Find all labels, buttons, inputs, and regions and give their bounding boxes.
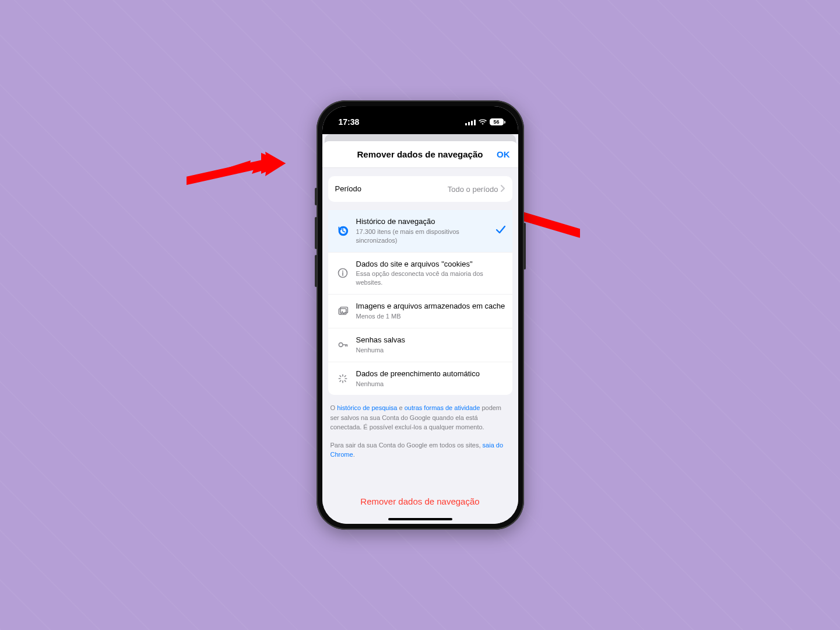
- row-cache[interactable]: Imagens e arquivos armazenados em cache …: [328, 295, 512, 328]
- autofill-title: Dados de preenchimento automático: [356, 369, 505, 379]
- dynamic-island: [391, 112, 449, 128]
- svg-point-6: [342, 271, 343, 272]
- battery-indicator: 56: [490, 118, 505, 125]
- battery-percent: 56: [493, 119, 499, 125]
- phone-power-button: [523, 223, 526, 270]
- sheet-header: Remover dados de navegação OK: [322, 141, 518, 168]
- footer2-post: .: [353, 451, 355, 458]
- images-icon: [335, 306, 350, 317]
- svg-marker-3: [261, 153, 286, 174]
- modal-sheet: Remover dados de navegação OK Período To…: [322, 141, 518, 524]
- passwords-subtitle: Nenhuma: [356, 346, 505, 355]
- svg-marker-2: [265, 163, 286, 176]
- status-time: 17:38: [339, 117, 360, 127]
- row-cookies[interactable]: Dados do site e arquivos "cookies" Essa …: [328, 253, 512, 295]
- history-title: Histórico de navegação: [356, 217, 491, 227]
- autofill-subtitle: Nenhuma: [356, 380, 505, 388]
- passwords-title: Senhas salvas: [356, 335, 505, 345]
- history-icon: [335, 225, 350, 237]
- cache-subtitle: Menos de 1 MB: [356, 312, 505, 321]
- footer2-pre: Para sair da sua Conta do Google em todo…: [331, 442, 483, 449]
- info-icon: [335, 267, 350, 279]
- wifi-icon: [479, 117, 487, 127]
- svg-point-10: [339, 343, 343, 347]
- autofill-icon: [335, 373, 350, 384]
- phone-volume-up: [315, 217, 317, 249]
- svg-marker-1: [265, 152, 286, 163]
- cookies-title: Dados do site e arquivos "cookies": [356, 260, 505, 270]
- row-passwords[interactable]: Senhas salvas Nenhuma: [328, 328, 512, 362]
- phone-volume-down: [315, 255, 317, 287]
- row-autofill[interactable]: Dados de preenchimento automático Nenhum…: [328, 362, 512, 396]
- footer-note-1: O histórico de pesquisa e outras formas …: [322, 395, 518, 432]
- period-value: Todo o período: [448, 185, 498, 194]
- cache-title: Imagens e arquivos armazenados em cache: [356, 302, 505, 312]
- cellular-signal-icon: [465, 119, 476, 125]
- key-icon: [335, 339, 350, 351]
- cookies-subtitle: Essa opção desconecta você da maioria do…: [356, 270, 505, 287]
- sheet-title: Remover dados de navegação: [357, 149, 483, 159]
- data-types-card: Histórico de navegação 17.300 itens (e m…: [328, 210, 512, 395]
- footer1-mid: e: [397, 404, 404, 411]
- period-label: Período: [335, 184, 448, 194]
- annotation-arrow-left: [187, 152, 286, 187]
- svg-marker-0: [187, 160, 286, 181]
- other-activity-link[interactable]: outras formas de atividade: [405, 404, 480, 411]
- ok-button[interactable]: OK: [497, 149, 510, 159]
- period-card: Período Todo o período: [328, 176, 512, 202]
- phone-screen: 17:38 56 Remover dados de navegação OK: [322, 106, 518, 524]
- row-browsing-history[interactable]: Histórico de navegação 17.300 itens (e m…: [328, 210, 512, 253]
- period-row[interactable]: Período Todo o período: [328, 176, 512, 202]
- phone-mute-switch: [315, 188, 317, 205]
- home-indicator[interactable]: [388, 518, 452, 520]
- footer-note-2: Para sair da sua Conta do Google em todo…: [322, 432, 518, 460]
- chevron-right-icon: [501, 184, 505, 194]
- history-subtitle: 17.300 itens (e mais em dispositivos sin…: [356, 228, 491, 245]
- footer1-pre: O: [331, 404, 338, 411]
- phone-frame: 17:38 56 Remover dados de navegação OK: [317, 100, 524, 530]
- search-history-link[interactable]: histórico de pesquisa: [337, 404, 397, 411]
- checkmark-icon: [496, 226, 505, 236]
